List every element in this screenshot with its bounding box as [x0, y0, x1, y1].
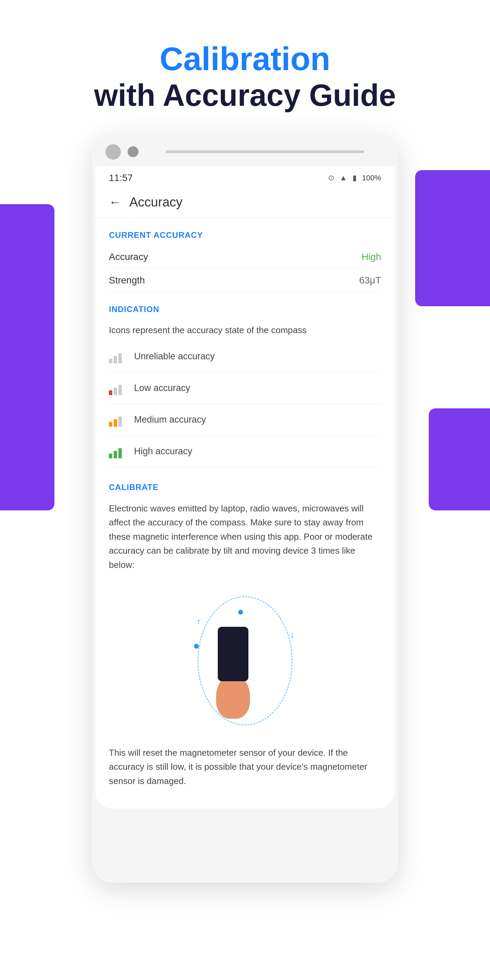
list-item: High accuracy — [109, 439, 381, 465]
page-header: Calibration with Accuracy Guide — [0, 0, 490, 134]
phone-wrapper: 11:57 ⊙ ▲ ▮ 100% ← Accuracy CURRENT ACCU… — [0, 134, 490, 883]
page-title-dark: with Accuracy Guide — [0, 77, 490, 114]
status-icons: ⊙ ▲ ▮ 100% — [328, 173, 381, 182]
bar — [114, 451, 117, 458]
orbit-arrow-icon: ↑ — [197, 617, 201, 626]
bar — [118, 417, 122, 427]
low-bars-icon — [109, 382, 126, 395]
unreliable-bars-icon — [109, 350, 126, 363]
bar — [114, 419, 117, 427]
calibrate-header: CALIBRATE — [109, 470, 381, 498]
app-title: Accuracy — [129, 195, 182, 210]
bar — [109, 390, 112, 395]
strength-row: Strength 63μT — [109, 269, 381, 292]
calibration-illustration: ↑ ↓ — [109, 582, 381, 739]
bar — [114, 388, 117, 395]
battery-text: 100% — [362, 173, 381, 182]
indication-header: INDICATION — [109, 292, 381, 320]
list-item: Medium accuracy — [109, 407, 381, 433]
phone-hand-illustration: ↑ ↓ — [194, 596, 296, 725]
wifi-icon: ▲ — [340, 173, 347, 182]
bar — [109, 359, 112, 363]
bar — [109, 422, 112, 427]
speaker-bar — [166, 150, 364, 153]
divider — [109, 467, 381, 468]
medium-label: Medium accuracy — [134, 414, 206, 425]
accuracy-value: High — [361, 251, 381, 262]
accuracy-row: Accuracy High — [109, 245, 381, 269]
low-label: Low accuracy — [134, 383, 190, 393]
phone-screen: 11:57 ⊙ ▲ ▮ 100% ← Accuracy CURRENT ACCU… — [95, 166, 395, 809]
strength-value: 63μT — [360, 275, 381, 286]
phone-top-bar — [92, 134, 398, 166]
phone-mockup: 11:57 ⊙ ▲ ▮ 100% ← Accuracy CURRENT ACCU… — [92, 134, 398, 883]
status-bar: 11:57 ⊙ ▲ ▮ 100% — [95, 166, 395, 187]
divider — [109, 436, 381, 436]
orbit-dot — [238, 610, 243, 614]
content-area: CURRENT ACCURACY Accuracy High Strength … — [95, 218, 395, 739]
bottom-description: This will reset the magnetometer sensor … — [95, 739, 395, 809]
bar — [109, 453, 112, 458]
accuracy-label: Accuracy — [109, 251, 148, 262]
app-header: ← Accuracy — [95, 187, 395, 218]
location-icon: ⊙ — [328, 173, 334, 182]
indication-description: Icons represent the accuracy state of th… — [109, 320, 381, 344]
bar — [118, 353, 122, 363]
back-button[interactable]: ← — [109, 195, 121, 209]
camera-circle — [105, 144, 121, 159]
bar — [118, 448, 122, 458]
camera-dot — [127, 146, 138, 157]
divider — [109, 404, 381, 404]
battery-icon: ▮ — [353, 173, 356, 182]
bar — [114, 356, 117, 363]
high-bars-icon — [109, 445, 126, 458]
bar — [118, 385, 122, 395]
orbit-arrow-icon: ↓ — [290, 630, 294, 640]
high-label: High accuracy — [134, 446, 192, 457]
calibrate-description: Electronic waves emitted by laptop, radi… — [109, 498, 381, 582]
unreliable-label: Unreliable accuracy — [134, 351, 215, 362]
current-accuracy-header: CURRENT ACCURACY — [109, 218, 381, 245]
strength-label: Strength — [109, 275, 145, 286]
illustration-phone — [218, 627, 248, 681]
list-item: Low accuracy — [109, 375, 381, 401]
page-title-blue: Calibration — [0, 41, 490, 77]
status-time: 11:57 — [109, 172, 133, 183]
list-item: Unreliable accuracy — [109, 344, 381, 369]
orbit-dot — [194, 644, 199, 649]
medium-bars-icon — [109, 413, 126, 427]
